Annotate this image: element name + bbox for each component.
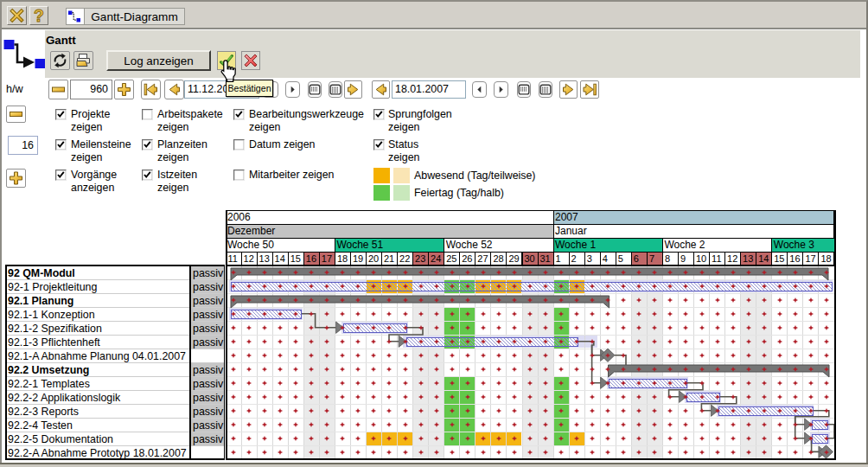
svg-text:passiv: passiv (193, 309, 224, 321)
svg-text:92.1 Planung: 92.1 Planung (8, 295, 73, 307)
svg-text:13: 13 (743, 253, 753, 264)
svg-text:92.1-1 Konzeption: 92.1-1 Konzeption (8, 309, 95, 321)
svg-text:92.1-2 Spezifikation: 92.1-2 Spezifikation (8, 323, 102, 335)
svg-text:25: 25 (446, 253, 456, 264)
svg-text:92.2-4 Testen: 92.2-4 Testen (8, 419, 73, 432)
svg-text:12: 12 (244, 253, 254, 264)
svg-text:2007: 2007 (555, 211, 578, 223)
svg-text:Woche 50: Woche 50 (227, 239, 274, 251)
svg-text:3: 3 (587, 253, 592, 264)
svg-text:Woche 1: Woche 1 (555, 239, 596, 251)
svg-text:7: 7 (649, 253, 654, 264)
svg-text:30: 30 (525, 253, 535, 264)
svg-text:16: 16 (306, 253, 316, 264)
svg-text:24: 24 (431, 253, 441, 264)
svg-text:4: 4 (603, 253, 608, 264)
svg-text:2006: 2006 (227, 211, 251, 223)
svg-text:passiv: passiv (193, 392, 224, 404)
svg-text:11: 11 (712, 253, 721, 264)
svg-text:9: 9 (680, 253, 686, 264)
svg-text:92.2-2 Applikationslogik: 92.2-2 Applikationslogik (8, 392, 121, 404)
svg-text:Woche 3: Woche 3 (774, 239, 814, 251)
svg-text:92.1-A Abnahme Planung 04.01.2: 92.1-A Abnahme Planung 04.01.2007 (8, 350, 186, 362)
svg-text:17: 17 (805, 253, 815, 264)
svg-text:Dezember: Dezember (227, 225, 275, 237)
svg-text:14: 14 (758, 253, 769, 264)
svg-text:92.1-3 Pflichtenheft: 92.1-3 Pflichtenheft (8, 336, 100, 349)
svg-text:22: 22 (399, 253, 410, 264)
svg-text:27: 27 (477, 253, 488, 264)
svg-text:11: 11 (228, 253, 238, 264)
svg-text:5: 5 (618, 253, 623, 264)
svg-text:92 QM-Modul: 92 QM-Modul (8, 267, 75, 279)
svg-text:16: 16 (789, 253, 800, 264)
svg-text:6: 6 (634, 253, 639, 264)
svg-text:92.2-3 Reports: 92.2-3 Reports (8, 406, 79, 418)
svg-text:passiv: passiv (193, 295, 224, 307)
svg-text:15: 15 (774, 253, 784, 264)
svg-text:19: 19 (353, 253, 363, 264)
svg-text:passiv: passiv (193, 419, 224, 432)
svg-text:92-1 Projektleitung: 92-1 Projektleitung (8, 281, 97, 293)
svg-text:26: 26 (462, 253, 472, 264)
svg-text:passiv: passiv (193, 364, 224, 376)
svg-text:1: 1 (556, 253, 561, 264)
svg-text:18: 18 (820, 253, 831, 264)
svg-text:passiv: passiv (193, 336, 224, 349)
svg-text:Woche 52: Woche 52 (446, 239, 493, 251)
svg-text:Januar: Januar (555, 225, 587, 237)
svg-text:?: ? (34, 7, 44, 24)
svg-text:passiv: passiv (193, 406, 224, 418)
svg-text:passiv: passiv (193, 323, 224, 335)
svg-text:17: 17 (322, 253, 332, 264)
svg-text:23: 23 (415, 253, 425, 264)
svg-text:passiv: passiv (193, 433, 224, 445)
svg-text:21: 21 (384, 253, 394, 264)
svg-text:2: 2 (571, 253, 577, 264)
svg-text:18: 18 (337, 253, 348, 264)
svg-text:31: 31 (540, 253, 551, 264)
svg-text:15: 15 (290, 253, 301, 264)
svg-text:Woche 51: Woche 51 (336, 239, 383, 251)
svg-text:Woche 2: Woche 2 (664, 239, 705, 251)
svg-text:passiv: passiv (193, 281, 224, 293)
svg-text:10: 10 (696, 253, 706, 264)
svg-text:14: 14 (275, 253, 285, 264)
svg-text:8: 8 (665, 253, 670, 264)
svg-text:passiv: passiv (193, 267, 224, 279)
svg-text:28: 28 (493, 253, 503, 264)
svg-text:92.2-5 Dokumentation: 92.2-5 Dokumentation (8, 433, 113, 445)
svg-text:92.2-A Abnahme Prototyp 18.01.: 92.2-A Abnahme Prototyp 18.01.2007 (8, 447, 187, 459)
svg-text:12: 12 (727, 253, 737, 264)
svg-text:92.2 Umsetzung: 92.2 Umsetzung (8, 364, 89, 376)
svg-text:20: 20 (368, 253, 379, 264)
svg-text:92.2-1 Templates: 92.2-1 Templates (8, 378, 90, 390)
svg-text:29: 29 (508, 253, 519, 264)
svg-text:passiv: passiv (193, 378, 224, 390)
svg-text:13: 13 (259, 253, 270, 264)
